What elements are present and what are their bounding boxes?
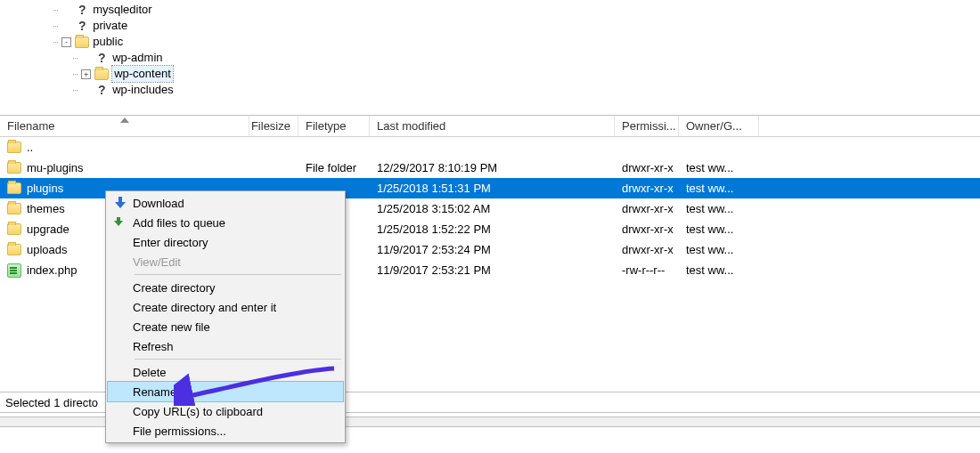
tree-item[interactable]: ···+wp-content	[49, 66, 980, 82]
file-permissions: drwxr-xr-x	[622, 243, 674, 256]
menu-item-label: View/Edit	[133, 255, 181, 269]
menu-item-refresh[interactable]: Refresh	[108, 336, 343, 356]
menu-item-enter-directory[interactable]: Enter directory	[108, 232, 343, 252]
file-type: File folder	[306, 161, 356, 174]
menu-item-label: File permissions...	[133, 425, 226, 438]
file-modified: 1/25/2018 1:52:22 PM	[377, 222, 491, 236]
tree-item-label: wp-includes	[112, 82, 174, 98]
tree-connector: ···	[72, 50, 78, 66]
menu-item-add-files-to-queue[interactable]: Add files to queue	[108, 213, 343, 232]
tree-connector: ···	[53, 34, 58, 50]
menu-item-label: Enter directory	[133, 236, 208, 249]
unknown-icon	[94, 51, 109, 65]
menu-item-copy-url-s-to-clipboard[interactable]: Copy URL(s) to clipboard	[108, 401, 343, 421]
tree-item[interactable]: ···wp-admin	[49, 50, 980, 66]
tree-connector: ···	[72, 82, 78, 98]
file-owner: test ww...	[686, 243, 733, 256]
tree-item-label: wp-content	[112, 66, 173, 82]
folder-icon	[7, 223, 21, 235]
tree-item-label: wp-admin	[112, 50, 162, 66]
file-owner: test ww...	[686, 263, 733, 277]
add-to-queue-icon	[114, 216, 127, 229]
folder-icon	[7, 203, 21, 214]
menu-item-label: Rename	[133, 385, 176, 399]
unknown-icon	[75, 3, 89, 17]
file-owner: test ww...	[686, 182, 733, 195]
file-name: mu-plugins	[27, 161, 84, 174]
file-permissions: drwxr-xr-x	[622, 161, 674, 174]
file-name: upgrade	[27, 222, 69, 236]
menu-item-rename[interactable]: Rename	[108, 382, 343, 401]
menu-separator	[135, 274, 341, 275]
folder-icon	[7, 142, 21, 153]
menu-item-label: Download	[133, 197, 184, 210]
sort-ascending-icon	[120, 117, 129, 123]
context-menu[interactable]: DownloadAdd files to queueEnter director…	[105, 190, 346, 443]
expand-icon[interactable]: +	[81, 69, 91, 79]
menu-item-download[interactable]: Download	[108, 193, 343, 213]
menu-item-label: Create directory and enter it	[133, 301, 276, 314]
php-file-icon	[7, 263, 21, 278]
menu-item-create-new-file[interactable]: Create new file	[108, 317, 343, 336]
column-last-modified[interactable]: Last modified	[370, 116, 615, 136]
file-list-header[interactable]: Filename Filesize Filetype Last modified…	[0, 116, 980, 137]
file-name: index.php	[27, 263, 77, 277]
file-row[interactable]: ..	[0, 137, 980, 158]
column-owner-group[interactable]: Owner/G...	[679, 116, 759, 136]
file-owner: test ww...	[686, 161, 733, 174]
file-modified: 11/9/2017 2:53:21 PM	[377, 263, 491, 277]
collapse-icon[interactable]: -	[61, 37, 71, 47]
tree-item[interactable]: ···-public	[49, 34, 980, 50]
tree-connector: ···	[53, 2, 58, 18]
file-modified: 1/25/2018 1:51:31 PM	[377, 182, 491, 195]
menu-separator	[135, 359, 341, 360]
tree-item-label: mysqleditor	[93, 2, 151, 18]
remote-directory-tree[interactable]: ···mysqleditor···private···-public···wp-…	[0, 0, 980, 116]
menu-item-create-directory[interactable]: Create directory	[108, 278, 343, 297]
menu-item-file-permissions[interactable]: File permissions...	[108, 421, 343, 441]
file-modified: 1/25/2018 3:15:02 AM	[377, 202, 490, 215]
tree-connector: ···	[72, 66, 78, 82]
file-name: ..	[27, 141, 33, 154]
download-icon	[114, 197, 127, 209]
folder-icon	[75, 36, 89, 48]
folder-icon	[7, 182, 21, 194]
folder-icon	[7, 244, 21, 255]
file-owner: test ww...	[686, 202, 733, 215]
tree-item[interactable]: ···mysqleditor	[49, 2, 980, 18]
status-text: Selected 1 directo	[5, 396, 98, 409]
unknown-icon	[94, 83, 109, 97]
file-modified: 12/29/2017 8:10:19 PM	[377, 161, 497, 174]
file-permissions: drwxr-xr-x	[622, 222, 674, 236]
file-name: themes	[27, 202, 65, 215]
column-filename-label: Filename	[7, 119, 54, 133]
file-modified: 11/9/2017 2:53:24 PM	[377, 243, 491, 256]
tree-item[interactable]: ···wp-includes	[49, 82, 980, 98]
unknown-icon	[75, 19, 89, 33]
menu-item-label: Copy URL(s) to clipboard	[133, 405, 263, 418]
menu-item-label: Refresh	[133, 340, 174, 353]
file-permissions: drwxr-xr-x	[622, 202, 674, 215]
tree-item-label: private	[93, 18, 127, 34]
file-name: plugins	[27, 182, 63, 195]
menu-item-create-directory-and-enter-it[interactable]: Create directory and enter it	[108, 297, 343, 317]
column-permissions[interactable]: Permissi...	[615, 116, 679, 136]
folder-icon	[7, 162, 21, 174]
column-filesize[interactable]: Filesize	[249, 116, 298, 136]
folder-icon	[94, 69, 109, 80]
tree-item-label: public	[93, 34, 123, 50]
menu-item-label: Create new file	[133, 320, 210, 334]
file-name: uploads	[27, 243, 68, 256]
file-row[interactable]: mu-pluginsFile folder12/29/2017 8:10:19 …	[0, 158, 980, 178]
file-owner: test ww...	[686, 222, 733, 236]
column-filetype[interactable]: Filetype	[298, 116, 370, 136]
menu-item-delete[interactable]: Delete	[108, 362, 343, 382]
tree-connector: ···	[53, 18, 58, 34]
menu-item-view-edit: View/Edit	[108, 252, 343, 271]
menu-item-label: Delete	[133, 366, 167, 379]
file-permissions: -rw-r--r--	[622, 263, 665, 277]
column-filename[interactable]: Filename	[0, 116, 249, 136]
menu-item-label: Add files to queue	[133, 216, 225, 230]
file-permissions: drwxr-xr-x	[622, 182, 674, 195]
tree-item[interactable]: ···private	[49, 18, 980, 34]
